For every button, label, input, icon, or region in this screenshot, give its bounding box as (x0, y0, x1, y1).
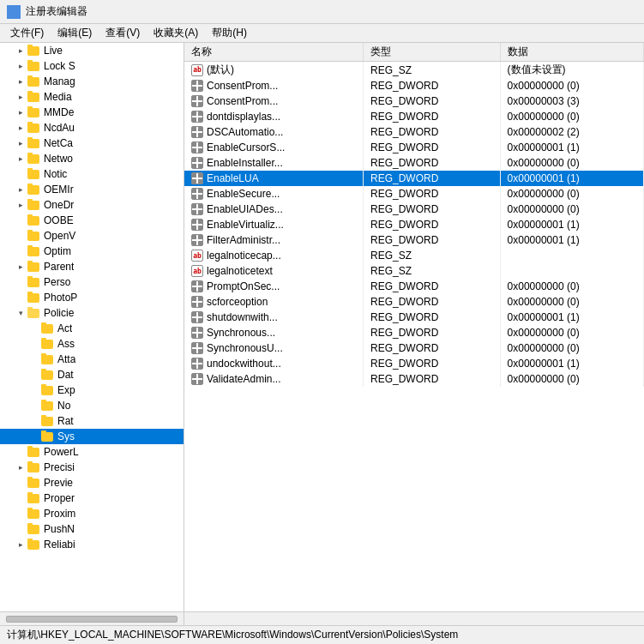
tree-item-oemIr[interactable]: ▸OEMIr (0, 182, 184, 197)
tree-label-optim: Optim (44, 245, 71, 257)
tree-arrow-netCa[interactable]: ▸ (14, 139, 27, 147)
table-row[interactable]: SynchronousU...REG_DWORD0x00000000 (0) (184, 340, 644, 356)
table-row[interactable]: PromptOnSec...REG_DWORD0x00000000 (0) (184, 279, 644, 294)
folder-icon-photoP (27, 292, 41, 304)
bottom-scrollbar[interactable] (0, 611, 644, 625)
tree-item-optim[interactable]: Optim (0, 244, 184, 259)
tree-item-media[interactable]: ▸Media (0, 89, 184, 105)
values-panel[interactable]: 名称 类型 数据 ab(默认)REG_SZ(数值未设置)ConsentProm.… (184, 43, 644, 611)
table-row[interactable]: scforceoptionREG_DWORD0x00000000 (0) (184, 294, 644, 310)
folder-icon-proper (27, 492, 41, 504)
reg-type: REG_DWORD (364, 171, 501, 186)
tree-item-pushN[interactable]: PushN (0, 521, 184, 537)
table-row[interactable]: ConsentProm...REG_DWORD0x00000000 (0) (184, 78, 644, 93)
tree-arrow-oemIr[interactable]: ▸ (14, 185, 27, 194)
tree-item-reliab[interactable]: ▸Reliabi (0, 537, 184, 552)
tree-arrow-oneDr[interactable]: ▸ (14, 201, 27, 209)
tree-item-netwo[interactable]: ▸Netwo (0, 151, 184, 166)
table-row[interactable]: dontdisplaylas...REG_DWORD0x00000000 (0) (184, 109, 644, 124)
svg-rect-13 (198, 111, 202, 116)
tree-arrow-parent[interactable]: ▸ (14, 262, 27, 271)
menu-favorites[interactable]: 收藏夹(A) (147, 24, 205, 42)
table-row[interactable]: EnableCursorS...REG_DWORD0x00000001 (1) (184, 140, 644, 155)
table-row[interactable]: ValidateAdmin...REG_DWORD0x00000000 (0) (184, 371, 644, 387)
reg-name: FilterAdministr... (207, 234, 280, 246)
tree-item-oneDr[interactable]: ▸OneDr (0, 197, 184, 213)
menu-file[interactable]: 文件(F) (3, 24, 51, 42)
tree-item-photoP[interactable]: PhotoP (0, 290, 184, 305)
svg-rect-49 (198, 281, 202, 286)
tree-label-perso: Perso (44, 276, 70, 288)
table-row[interactable]: FilterAdministr...REG_DWORD0x00000001 (1… (184, 232, 644, 248)
registry-table: 名称 类型 数据 ab(默认)REG_SZ(数值未设置)ConsentProm.… (184, 43, 644, 387)
tree-item-proxim[interactable]: Proxim (0, 506, 184, 521)
reg-data: 0x00000000 (0) (500, 186, 643, 202)
tree-item-rat[interactable]: Rat (0, 413, 184, 429)
menu-view[interactable]: 查看(V) (99, 24, 147, 42)
tree-item-previe[interactable]: Previe (0, 475, 184, 491)
tree-item-openV[interactable]: OpenV (0, 228, 184, 244)
tree-arrow-ncdAu[interactable]: ▸ (14, 123, 27, 132)
tree-arrow-netwo[interactable]: ▸ (14, 154, 27, 163)
reg-dword-icon (191, 95, 203, 107)
tree-item-oobe[interactable]: OOBE (0, 213, 184, 228)
tree-arrow-polici[interactable]: ▾ (14, 309, 27, 317)
table-row[interactable]: ablegalnoticetextREG_SZ (184, 263, 644, 279)
tree-panel[interactable]: ▸Live▸Lock S▸Manag▸Media▸MMDe▸NcdAu▸NetC… (0, 43, 184, 611)
table-row[interactable]: EnableUIADes...REG_DWORD0x00000000 (0) (184, 202, 644, 217)
reg-name: DSCAutomatio... (207, 126, 283, 138)
table-row[interactable]: ablegalnoticecap...REG_SZ (184, 248, 644, 263)
tree-arrow-reliab[interactable]: ▸ (14, 540, 27, 549)
tree-item-lockS[interactable]: ▸Lock S (0, 58, 184, 74)
table-row[interactable]: EnableLUAREG_DWORD0x00000001 (1) (184, 171, 644, 186)
tree-item-ass[interactable]: Ass (0, 336, 184, 352)
svg-rect-52 (192, 297, 196, 301)
tree-item-exp[interactable]: Exp (0, 382, 184, 398)
tree-item-live[interactable]: ▸Live (0, 43, 184, 58)
folder-icon-oneDr (27, 199, 41, 211)
tree-item-ncdAu[interactable]: ▸NcdAu (0, 120, 184, 135)
tree-item-act[interactable]: Act (0, 321, 184, 336)
tree-item-precisi[interactable]: ▸Precisi (0, 460, 184, 475)
tree-label-no: No (57, 400, 70, 412)
table-row[interactable]: shutdownwith...REG_DWORD0x00000001 (1) (184, 310, 644, 325)
folder-icon-proxim (27, 508, 41, 520)
tree-arrow-precisi[interactable]: ▸ (14, 463, 27, 472)
tree-item-proper[interactable]: Proper (0, 491, 184, 506)
menu-help[interactable]: 帮助(H) (205, 24, 254, 42)
table-row[interactable]: undockwithout...REG_DWORD0x00000001 (1) (184, 356, 644, 371)
tree-item-parent[interactable]: ▸Parent (0, 259, 184, 274)
table-row[interactable]: ConsentProm...REG_DWORD0x00000003 (3) (184, 93, 644, 109)
tree-item-no[interactable]: No (0, 398, 184, 413)
tree-arrow-manag[interactable]: ▸ (14, 77, 27, 86)
tree-item-dat[interactable]: Dat (0, 367, 184, 382)
svg-rect-61 (198, 328, 202, 332)
menu-edit[interactable]: 编辑(E) (51, 24, 99, 42)
svg-rect-14 (192, 117, 196, 122)
tree-item-perso[interactable]: Perso (0, 274, 184, 290)
svg-rect-46 (192, 241, 196, 245)
table-row[interactable]: EnableInstaller...REG_DWORD0x00000000 (0… (184, 155, 644, 171)
svg-rect-60 (192, 328, 196, 332)
folder-icon-optim (27, 245, 41, 257)
tree-item-netCa[interactable]: ▸NetCa (0, 135, 184, 151)
tree-item-notic[interactable]: Notic (0, 166, 184, 182)
tree-item-manag[interactable]: ▸Manag (0, 74, 184, 89)
tree-item-mmde[interactable]: ▸MMDe (0, 105, 184, 120)
table-row[interactable]: ab(默认)REG_SZ(数值未设置) (184, 62, 644, 79)
folder-icon-netwo (27, 153, 41, 165)
reg-name: SynchronousU... (207, 342, 283, 354)
table-row[interactable]: DSCAutomatio...REG_DWORD0x00000002 (2) (184, 124, 644, 140)
table-row[interactable]: EnableSecure...REG_DWORD0x00000000 (0) (184, 186, 644, 202)
tree-arrow-mmde[interactable]: ▸ (14, 108, 27, 117)
tree-item-sys[interactable]: Sys (0, 429, 184, 444)
tree-label-polici: Policie (44, 307, 74, 319)
tree-arrow-media[interactable]: ▸ (14, 93, 27, 101)
tree-item-powerl[interactable]: PowerL (0, 444, 184, 460)
tree-item-atta[interactable]: Atta (0, 352, 184, 367)
table-row[interactable]: Synchronous...REG_DWORD0x00000000 (0) (184, 325, 644, 340)
tree-arrow-live[interactable]: ▸ (14, 46, 27, 55)
tree-arrow-lockS[interactable]: ▸ (14, 62, 27, 70)
table-row[interactable]: EnableVirtualiz...REG_DWORD0x00000001 (1… (184, 217, 644, 232)
tree-item-polici[interactable]: ▾Policie (0, 305, 184, 321)
